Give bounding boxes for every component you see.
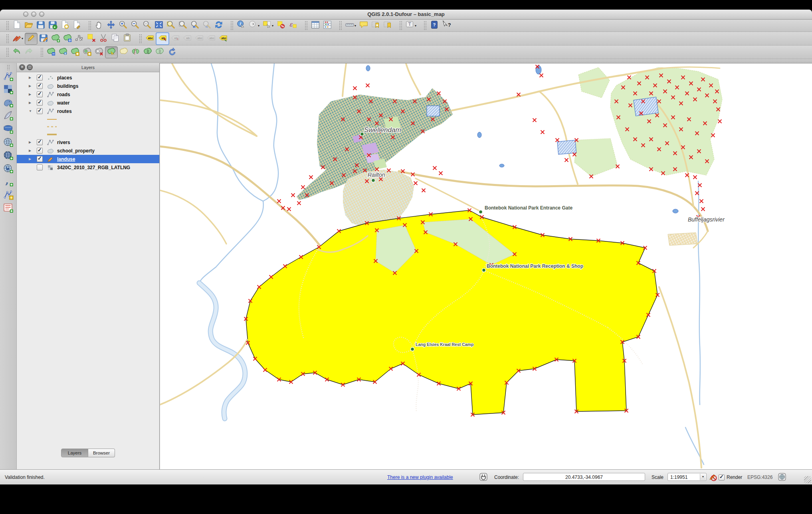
layer-name[interactable]: places: [57, 75, 72, 81]
zoom-to-selection-button[interactable]: [165, 20, 177, 31]
add-wcs-layer-button[interactable]: [2, 149, 15, 162]
toolbar-drag-handle[interactable]: [399, 21, 402, 30]
add-ring-button[interactable]: [57, 47, 69, 58]
run-feature-action-button[interactable]: [247, 20, 259, 31]
resize-grip[interactable]: [804, 476, 811, 483]
node-tool-button[interactable]: [73, 33, 85, 44]
plugin-available-link[interactable]: There is a new plugin available: [387, 470, 453, 484]
layer-labeling-button[interactable]: abc: [144, 33, 156, 44]
show-hide-labels-button[interactable]: ab: [181, 33, 193, 44]
minimize-button[interactable]: [31, 12, 36, 17]
add-mssql-layer-button[interactable]: [2, 123, 15, 136]
expander-icon[interactable]: ▶: [29, 101, 33, 105]
layer-name[interactable]: roads: [57, 92, 70, 97]
add-raster-layer-button[interactable]: [2, 83, 15, 97]
layer-visibility-checkbox[interactable]: [37, 148, 43, 154]
zoom-actual-size-button[interactable]: 1:1: [141, 20, 153, 31]
zoom-full-extent-button[interactable]: [153, 20, 165, 31]
new-bookmark-button[interactable]: ✱: [370, 20, 382, 31]
expander-icon[interactable]: ▶: [29, 76, 33, 79]
layer-name[interactable]: buildings: [57, 83, 78, 89]
pan-map-button[interactable]: [93, 20, 105, 31]
deselect-features-button[interactable]: [275, 20, 287, 31]
zoom-button[interactable]: [39, 12, 44, 17]
coordinate-input[interactable]: 20.4733,-34.0967: [523, 473, 645, 481]
toolbar-drag-handle[interactable]: [6, 34, 9, 43]
scale-combobox[interactable]: 1:19951▼: [667, 473, 707, 481]
expander-icon[interactable]: ▶: [29, 149, 33, 152]
expander-icon[interactable]: ▼: [29, 109, 33, 113]
delete-selected-button[interactable]: [85, 33, 97, 44]
measure-button[interactable]: [344, 20, 356, 31]
zoom-last-button[interactable]: [189, 20, 201, 31]
chevron-down-icon[interactable]: ▼: [700, 474, 706, 480]
layer-visibility-checkbox[interactable]: [37, 91, 43, 97]
reshape-features-button[interactable]: [105, 46, 118, 58]
layer-row-buildings[interactable]: ▶buildings: [17, 82, 159, 90]
show-bookmarks-button[interactable]: [382, 20, 394, 31]
layer-row-routes[interactable]: ▼routes: [17, 107, 159, 115]
layer-row-water[interactable]: ▶water: [17, 99, 159, 107]
unpin-labels-button[interactable]: ab: [169, 33, 181, 44]
layer-visibility-checkbox[interactable]: [37, 75, 43, 81]
layer-row-3420C_2010_327_RGB_LATLNG[interactable]: 3420C_2010_327_RGB_LATLNG: [17, 163, 159, 172]
whats-this-button[interactable]: ?: [440, 20, 452, 31]
pin-labels-button[interactable]: ab: [156, 32, 169, 45]
paste-features-button[interactable]: [121, 33, 133, 44]
expander-icon[interactable]: ▶: [29, 93, 33, 96]
panel-float-icon[interactable]: ◫: [27, 64, 33, 70]
toolbar-drag-handle[interactable]: [7, 65, 10, 70]
refresh-map-button[interactable]: [213, 20, 225, 31]
select-features-button[interactable]: [261, 20, 273, 31]
toolbar-drag-handle[interactable]: [424, 21, 426, 30]
save-project-button[interactable]: [35, 20, 47, 31]
cut-features-button[interactable]: [97, 33, 109, 44]
add-oracle-georaster-layer-button[interactable]: [2, 202, 15, 215]
layer-name[interactable]: rivers: [57, 140, 70, 145]
map-canvas[interactable]: SwellendamRailtonBontebok National Park …: [160, 63, 812, 470]
render-checkbox[interactable]: [719, 474, 725, 480]
offset-curve-button[interactable]: [118, 47, 130, 58]
new-shapefile-layer-button[interactable]: [2, 189, 15, 202]
move-feature-button[interactable]: [61, 33, 73, 44]
delete-ring-button[interactable]: [81, 47, 93, 58]
layer-row-places[interactable]: ▶places: [17, 73, 159, 82]
zoom-in-button[interactable]: [117, 20, 129, 31]
rotate-point-symbols-button[interactable]: [166, 47, 178, 58]
add-spatialite-layer-button[interactable]: [2, 110, 15, 123]
plugin-icon[interactable]: [479, 472, 488, 481]
layer-visibility-checkbox[interactable]: [37, 100, 43, 106]
toolbar-drag-handle[interactable]: [6, 47, 9, 57]
toolbar-drag-handle[interactable]: [305, 21, 307, 30]
toolbar-drag-handle[interactable]: [40, 47, 43, 57]
panel-tab-browser[interactable]: Browser: [88, 449, 115, 457]
save-layer-edits-button[interactable]: [38, 33, 50, 44]
merge-features-button[interactable]: [142, 47, 154, 58]
layer-visibility-checkbox[interactable]: [37, 156, 43, 162]
add-vector-layer-button[interactable]: [2, 70, 15, 83]
current-edits-button[interactable]: [11, 33, 23, 44]
add-delimited-text-layer-button[interactable]: ,: [2, 176, 15, 189]
add-wms-layer-button[interactable]: [2, 136, 15, 149]
split-features-button[interactable]: [130, 47, 142, 58]
toolbar-drag-handle[interactable]: [139, 34, 142, 43]
change-label-button[interactable]: abc: [217, 33, 229, 44]
layer-row-rivers[interactable]: ▶rivers: [17, 138, 159, 146]
panel-tab-layers[interactable]: Layers: [61, 449, 88, 457]
new-print-composer-button[interactable]: [59, 20, 71, 31]
add-postgis-layer-button[interactable]: [2, 97, 15, 110]
toolbar-drag-handle[interactable]: [6, 21, 9, 30]
toggle-editing-button[interactable]: [25, 33, 38, 45]
identify-features-button[interactable]: i: [235, 20, 247, 31]
title-bar[interactable]: QGIS 2.0.1-Dufour – basic_map: [0, 10, 812, 20]
select-by-expression-button[interactable]: ε: [287, 20, 299, 31]
add-part-button[interactable]: [69, 47, 81, 58]
add-feature-button[interactable]: [50, 33, 61, 44]
open-project-button[interactable]: [23, 20, 35, 31]
panel-close-icon[interactable]: ✕: [19, 64, 25, 70]
attribute-table-button[interactable]: [309, 20, 321, 31]
layer-name[interactable]: 3420C_2010_327_RGB_LATLNG: [57, 165, 130, 170]
delete-part-button[interactable]: [93, 47, 105, 58]
expander-icon[interactable]: ▶: [29, 84, 33, 88]
map[interactable]: SwellendamRailtonBontebok National Park …: [160, 63, 812, 470]
